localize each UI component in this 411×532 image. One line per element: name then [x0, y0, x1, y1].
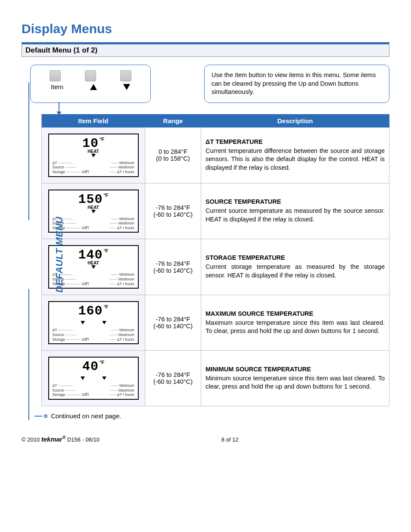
lcd-down-icon [102, 376, 106, 380]
lcd-value: 40 [82, 360, 99, 373]
cell-desc: ΔT TEMPERATURE Current temperature diffe… [201, 127, 389, 183]
lcd-unit: °F [100, 137, 104, 142]
desc-body: Minimum source temperature since this it… [206, 374, 385, 391]
lcd-display: 40°F ΔT ———— Source ——— Storage ———— Dif… [48, 357, 139, 400]
lcd-display: 160°F ΔT ———— Source ——— Storage ———— Di… [48, 301, 139, 344]
lcd-down-icon [81, 376, 85, 380]
lcd-down-icon [91, 265, 96, 269]
down-arrow-icon [123, 84, 130, 90]
cell-range: -76 to 284°F (-60 to 140°C) [145, 183, 201, 239]
cell-desc: SOURCE TEMPERATURE Current source temper… [201, 183, 389, 239]
th-desc: Description [201, 114, 389, 127]
section-title: Default Menu (1 of 2) [22, 42, 389, 57]
range-c: (-60 to 140°C) [149, 323, 196, 330]
lcd-down-icon [81, 321, 85, 324]
range-f: -76 to 284°F [149, 260, 196, 267]
cell-item: 160°F ΔT ———— Source ——— Storage ———— Di… [42, 295, 145, 351]
table-row: 160°F ΔT ———— Source ——— Storage ———— Di… [42, 295, 389, 351]
desc-title: STORAGE TEMPERATURE [206, 254, 385, 261]
desc-body: Current source temperature as measured b… [206, 207, 385, 224]
desc-title: SOURCE TEMPERATURE [206, 198, 385, 205]
continued-note: Continued on next page. [34, 412, 389, 420]
lcd-unit: °F [103, 248, 108, 253]
cell-desc: STORAGE TEMPERATURE Current storage temp… [201, 239, 389, 295]
page-title: Display Menus [22, 22, 389, 36]
th-range: Range [145, 114, 201, 127]
table-row: 40°F ΔT ———— Source ——— Storage ———— Dif… [42, 351, 389, 406]
brand: tekmar® [41, 436, 66, 443]
copyright: © 2010 [22, 436, 40, 443]
lcd-unit: °F [103, 193, 108, 198]
button-panel: Item [30, 65, 151, 103]
down-button[interactable] [120, 70, 131, 81]
table-row: 150°F HEAT ΔT ———— Source ——— Storage ——… [42, 183, 389, 239]
cell-range: -76 to 284°F (-60 to 140°C) [145, 239, 201, 295]
side-label: DEFAULT MENU [54, 217, 65, 293]
cell-item: 10°F HEAT ΔT ———— Source ——— Storage ———… [42, 127, 145, 183]
up-button[interactable] [85, 70, 96, 81]
cell-desc: MINIMUM SOURCE TEMPERATURE Minimum sourc… [201, 351, 389, 406]
range-c: (-60 to 140°C) [149, 378, 196, 385]
doc-id: D156 - 06/10 [65, 436, 100, 443]
range-f: -76 to 284°F [149, 204, 196, 211]
cell-range: -76 to 284°F (-60 to 140°C) [145, 351, 201, 406]
up-arrow-icon [90, 84, 97, 90]
cell-range: -76 to 284°F (-60 to 140°C) [145, 295, 201, 351]
table-row: 10°F HEAT ΔT ———— Source ——— Storage ———… [42, 127, 389, 183]
page-number: 8 of 12 [221, 436, 239, 443]
item-button-label: Item [51, 83, 63, 90]
desc-body: Maximum source temperature since this it… [206, 319, 385, 336]
desc-title: MINIMUM SOURCE TEMPERATURE [206, 366, 385, 373]
range-c: (-60 to 140°C) [149, 211, 196, 218]
desc-body: Current storage temperature as measured … [206, 263, 385, 280]
lcd-value: 10 [82, 137, 99, 150]
info-box: Use the Item button to view items in thi… [204, 65, 389, 103]
desc-title: ΔT TEMPERATURE [206, 138, 385, 145]
table-row: 140°F HEAT ΔT ———— Source ——— Storage ——… [42, 239, 389, 295]
lcd-unit: °F [103, 304, 108, 309]
item-button[interactable] [50, 70, 61, 81]
cell-desc: MAXIMUM SOURCE TEMPERATURE Maximum sourc… [201, 295, 389, 351]
lcd-down-icon [91, 154, 96, 157]
range-c: (0 to 158°C) [149, 155, 196, 162]
cell-item: 40°F ΔT ———— Source ——— Storage ———— Dif… [42, 351, 145, 406]
range-f: 0 to 284°F [149, 148, 196, 155]
cell-range: 0 to 284°F (0 to 158°C) [145, 127, 201, 183]
lcd-value: 160 [78, 305, 103, 317]
lcd-value: 140 [78, 249, 103, 261]
desc-title: MAXIMUM SOURCE TEMPERATURE [206, 310, 385, 317]
range-f: -76 to 284°F [149, 316, 196, 323]
connector-arrow [41, 103, 389, 114]
lcd-down-icon [102, 321, 106, 324]
th-item: Item Field [42, 114, 145, 127]
menu-table: Item Field Range Description 10°F HEAT Δ… [41, 114, 389, 406]
range-f: -76 to 284°F [149, 371, 196, 378]
continued-text: Continued on next page. [51, 412, 121, 420]
range-c: (-60 to 140°C) [149, 267, 196, 274]
side-label-wrap: DEFAULT MENU [22, 103, 36, 406]
desc-body: Current temperature difference between t… [206, 147, 385, 172]
lcd-display: 10°F HEAT ΔT ———— Source ——— Storage ———… [48, 134, 139, 177]
lcd-down-icon [91, 210, 96, 213]
footer: © 2010 tekmar® D156 - 06/10 8 of 12 spac… [22, 435, 389, 443]
lcd-unit: °F [100, 360, 104, 365]
lcd-value: 150 [78, 193, 103, 206]
